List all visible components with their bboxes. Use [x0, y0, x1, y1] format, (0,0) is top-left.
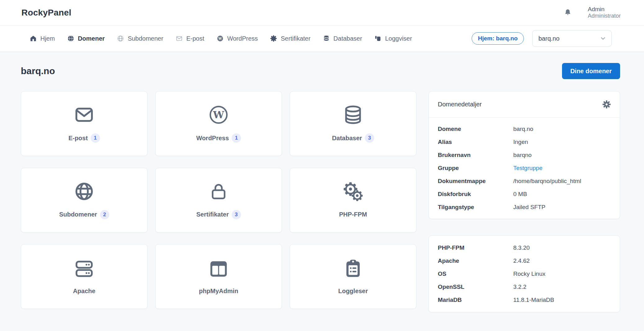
card-label: Apache: [73, 288, 95, 295]
count-badge: 1: [232, 133, 241, 143]
group-link[interactable]: Testgruppe: [513, 165, 542, 172]
card-label: E-post: [68, 135, 88, 142]
card-apache[interactable]: Apache: [21, 244, 147, 309]
detail-row-diskforbruk: Diskforbruk 0 MB: [438, 188, 611, 201]
count-badge: 3: [232, 210, 241, 219]
detail-row-domene: Domene barq.no: [438, 123, 611, 136]
detail-row-tilgangstype: Tilgangstype Jailed SFTP: [438, 201, 611, 214]
window-split-icon: [208, 259, 229, 279]
nav-label: E-post: [186, 35, 204, 42]
card-label: Loggleser: [338, 288, 368, 295]
home-domain-badge[interactable]: Hjem: barq.no: [472, 32, 524, 45]
notifications-bell-icon[interactable]: [564, 9, 572, 16]
card-label: Sertifikater: [196, 211, 229, 218]
detail-label: MariaDB: [438, 297, 513, 303]
chevron-down-icon: [600, 35, 606, 42]
nav-label: Subdomener: [128, 35, 163, 42]
detail-value: Ingen: [513, 139, 528, 145]
database-icon: [343, 105, 363, 125]
detail-label: Domene: [438, 126, 513, 132]
envelope-icon: [176, 35, 183, 42]
nav-item-wordpress[interactable]: W WordPress: [217, 35, 258, 42]
globe-outline-icon: [117, 35, 124, 42]
card-subdomener[interactable]: Subdomener 2: [21, 168, 147, 233]
nav-label: Domener: [78, 35, 105, 42]
server-icon: [74, 259, 94, 279]
card-sertifikater[interactable]: Sertifikater 3: [155, 168, 282, 233]
nav-item-hjem[interactable]: Hjem: [30, 35, 55, 42]
nav-item-subdomener[interactable]: Subdomener: [117, 35, 163, 42]
svg-text:W: W: [213, 109, 224, 121]
card-label: WordPress: [196, 135, 229, 142]
detail-row-brukernavn: Brukernavn barqno: [438, 149, 611, 162]
count-badge: 2: [100, 210, 109, 219]
page-title: barq.no: [21, 66, 55, 76]
detail-label: Diskforbruk: [438, 191, 513, 198]
cogs-icon: [343, 182, 363, 203]
nav-item-loggviser[interactable]: Loggviser: [374, 35, 412, 42]
your-domains-button[interactable]: Dine domener: [562, 63, 620, 79]
card-wordpress[interactable]: W WordPress 1: [155, 91, 282, 156]
detail-value: 2.4.62: [513, 257, 530, 264]
user-name: Admin: [588, 6, 621, 13]
detail-value: /home/barqno/public_html: [513, 178, 581, 185]
feature-cards-grid: E-post 1 W WordPress 1 Databaser: [21, 91, 416, 312]
card-epost[interactable]: E-post 1: [21, 91, 147, 156]
detail-label: Tilgangstype: [438, 204, 513, 211]
wordpress-icon: W: [217, 35, 224, 42]
detail-value: 3.2.2: [513, 284, 526, 290]
nav-label: Hjem: [40, 35, 55, 42]
sysinfo-row-apache: Apache 2.4.62: [438, 254, 611, 267]
home-icon: [30, 35, 37, 42]
nav-item-databaser[interactable]: Databaser: [323, 35, 362, 42]
top-bar: RockyPanel Admin Administrator: [0, 0, 644, 25]
detail-value: 0 MB: [513, 191, 527, 198]
envelope-icon: [74, 105, 94, 125]
detail-row-dokumentmappe: Dokumentmappe /home/barqno/public_html: [438, 175, 611, 188]
card-label: PHP-FPM: [339, 211, 367, 218]
detail-value: 8.3.20: [513, 244, 530, 251]
detail-value: barq.no: [513, 126, 533, 132]
wordpress-icon: W: [208, 105, 229, 125]
card-databaser[interactable]: Databaser 3: [290, 91, 416, 156]
sysinfo-row-openssl: OpenSSL 3.2.2: [438, 280, 611, 293]
app-logo: RockyPanel: [21, 8, 71, 18]
seal-icon: [270, 35, 277, 42]
nav-label: Databaser: [333, 35, 362, 42]
card-php-fpm[interactable]: PHP-FPM: [290, 168, 416, 233]
card-label: phpMyAdmin: [199, 288, 238, 295]
detail-label: Dokumentmappe: [438, 178, 513, 185]
lock-icon: [208, 181, 229, 202]
gear-icon[interactable]: [602, 100, 611, 109]
sysinfo-row-os: OS Rocky Linux: [438, 267, 611, 280]
detail-row-alias: Alias Ingen: [438, 136, 611, 149]
count-badge: 1: [91, 133, 100, 143]
nav-item-sertifikater[interactable]: Sertifikater: [270, 35, 311, 42]
detail-label: Alias: [438, 139, 513, 145]
nav-item-epost[interactable]: E-post: [176, 35, 204, 42]
detail-label: Brukernavn: [438, 152, 513, 159]
nav-item-domener[interactable]: Domener: [67, 35, 105, 42]
sysinfo-row-mariadb: MariaDB 11.8.1-MariaDB: [438, 293, 611, 306]
domain-details-panel: Domenedetaljer Domene barq.no Alias: [429, 91, 620, 219]
domain-select-value: barq.no: [538, 35, 560, 42]
svg-text:W: W: [218, 37, 222, 40]
detail-label: OS: [438, 271, 513, 277]
user-menu[interactable]: Admin Administrator: [588, 6, 621, 20]
detail-value: Jailed SFTP: [513, 204, 545, 211]
domain-select[interactable]: barq.no: [532, 30, 612, 47]
database-icon: [323, 35, 330, 42]
sysinfo-row-phpfpm: PHP-FPM 8.3.20: [438, 241, 611, 254]
card-phpmyadmin[interactable]: phpMyAdmin: [155, 244, 282, 309]
card-loggleser[interactable]: Loggleser: [290, 244, 416, 309]
panel-title: Domenedetaljer: [438, 101, 482, 108]
detail-label: PHP-FPM: [438, 244, 513, 251]
globe-outline-icon: [74, 181, 94, 202]
detail-value: barqno: [513, 152, 532, 159]
nav-label: Loggviser: [385, 35, 412, 42]
detail-label: Gruppe: [438, 165, 513, 172]
scroll-icon: [374, 35, 381, 42]
detail-value: Rocky Linux: [513, 271, 546, 277]
system-info-panel: PHP-FPM 8.3.20 Apache 2.4.62 OS Rocky Li…: [429, 235, 620, 312]
nav-label: WordPress: [227, 35, 258, 42]
